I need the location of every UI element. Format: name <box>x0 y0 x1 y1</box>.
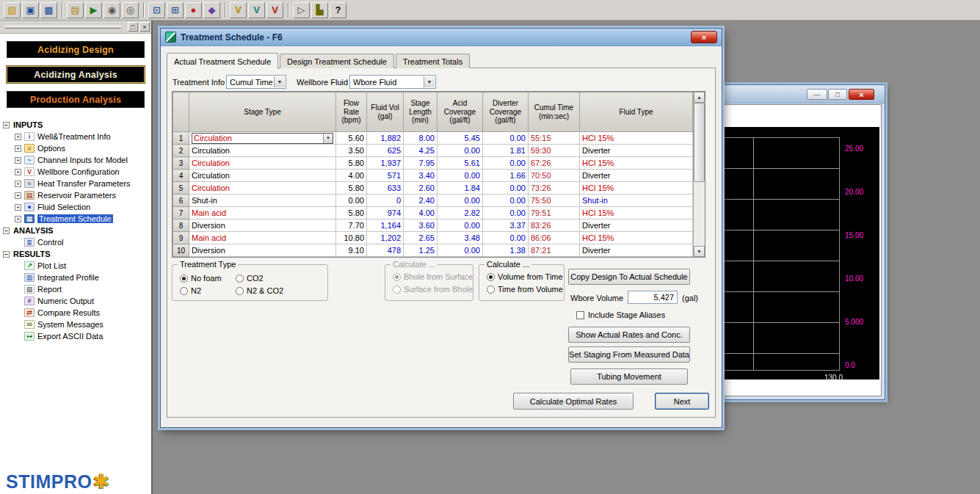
acid-cell[interactable]: 0.00 <box>438 219 483 232</box>
len-cell[interactable]: 1.25 <box>404 244 438 257</box>
acid-cell[interactable]: 5.61 <box>438 157 483 170</box>
fluid-cell[interactable]: Shut-in <box>580 195 693 207</box>
plot-v-teal-button[interactable]: V <box>248 2 265 18</box>
refresh-button[interactable]: ◎ <box>122 2 139 18</box>
vol-cell[interactable]: 0 <box>367 195 404 207</box>
tree-item-report[interactable]: ▧Report <box>3 283 150 295</box>
histogram-button[interactable]: ▙ <box>311 2 328 18</box>
flow-cell[interactable]: 5.80 <box>336 182 367 195</box>
div-cell[interactable]: 0.00 <box>483 207 529 219</box>
expand-icon[interactable]: + <box>15 204 21 211</box>
fluid-cell[interactable]: HCl 15% <box>580 182 693 195</box>
vol-cell[interactable]: 1,164 <box>367 219 404 232</box>
maximize-button[interactable]: □ <box>828 89 847 100</box>
vol-cell[interactable]: 1,882 <box>367 132 404 145</box>
flow-cell[interactable]: 5.80 <box>336 157 367 170</box>
vol-cell[interactable]: 478 <box>367 244 404 257</box>
div-cell[interactable]: 0.00 <box>483 182 529 195</box>
calculate-optimal-rates-button[interactable]: Calculate Optimal Rates <box>513 393 634 410</box>
tubing-movement-button[interactable]: Tubing Movement <box>570 368 688 385</box>
flow-cell[interactable]: 4.00 <box>336 170 367 182</box>
open-file-button[interactable]: ▨ <box>4 2 21 18</box>
flow-cell[interactable]: 5.60 <box>336 132 367 145</box>
radio-co2[interactable]: CO2 <box>236 274 264 283</box>
expand-icon[interactable]: + <box>15 169 21 175</box>
vol-cell[interactable]: 625 <box>367 145 404 157</box>
len-cell[interactable]: 4.25 <box>404 145 438 157</box>
cumul-cell[interactable]: 86:06 <box>529 232 580 244</box>
close-button[interactable]: × <box>691 31 717 43</box>
div-cell[interactable]: 3.37 <box>483 219 529 232</box>
fluid-cell[interactable]: HCl 15% <box>580 207 693 219</box>
row-number[interactable]: 2 <box>173 145 189 157</box>
div-cell[interactable]: 0.00 <box>483 157 529 170</box>
radio-no-foam[interactable]: No foam <box>180 274 222 283</box>
acid-cell[interactable]: 3.48 <box>438 232 483 244</box>
window-layout-button[interactable]: ⊡ <box>148 2 165 18</box>
row-number[interactable]: 4 <box>173 170 189 182</box>
tree-item-system-messages[interactable]: ✉System Messages <box>3 319 150 330</box>
cumul-cell[interactable]: 55:15 <box>529 132 580 145</box>
len-cell[interactable]: 2.65 <box>404 232 438 244</box>
panel-float-button[interactable]: □ <box>128 22 138 32</box>
vol-cell[interactable]: 571 <box>367 170 404 182</box>
tree-item-well-treatment-info[interactable]: +iWell&Treatment Info <box>3 131 150 142</box>
tab-treatment-totals[interactable]: Treatment Totals <box>396 54 470 68</box>
len-cell[interactable]: 4.00 <box>404 207 438 219</box>
scrollbar-track[interactable] <box>694 182 705 246</box>
row-number[interactable]: 8 <box>173 219 189 232</box>
radio-n2-co2[interactable]: N2 & CO2 <box>236 286 283 295</box>
panel-grip[interactable] <box>5 26 121 29</box>
dialog-titlebar[interactable]: Treatment Schedule - F6 × <box>161 29 722 46</box>
column-header-acid[interactable]: Acid Coverage (gal/ft) <box>438 92 483 132</box>
tree-item-fluid-selection[interactable]: +●Fluid Selection <box>3 201 150 213</box>
row-number[interactable]: 10 <box>173 244 189 257</box>
acid-cell[interactable]: 0.00 <box>438 244 483 257</box>
row-number[interactable]: 5 <box>173 182 189 195</box>
row-number[interactable]: 9 <box>173 232 189 244</box>
cumul-cell[interactable]: 70:50 <box>529 170 580 182</box>
tree-item-channel-inputs-for-model[interactable]: +~Channel Inputs for Model <box>3 154 150 166</box>
tree-item-control[interactable]: ≣Control <box>3 236 150 248</box>
tree-item-treatment-schedule[interactable]: +▦Treatment Schedule <box>3 213 150 225</box>
include-stage-aliases-checkbox[interactable]: Include Stage Aliases <box>576 310 665 319</box>
fluid-cell[interactable]: HCl 15% <box>580 232 693 244</box>
export-button[interactable]: ▤ <box>67 2 84 18</box>
plot-v-yellow-button[interactable]: V <box>230 2 247 18</box>
div-cell[interactable]: 0.00 <box>483 132 529 145</box>
next-button[interactable]: Next <box>655 393 709 410</box>
pointer-button[interactable]: ▷ <box>293 2 310 18</box>
stage-type-cell[interactable]: Diversion <box>189 244 336 257</box>
vol-cell[interactable]: 1,937 <box>367 157 404 170</box>
collapse-icon[interactable]: − <box>3 228 10 234</box>
flow-cell[interactable]: 7.70 <box>336 219 367 232</box>
column-header-cumul-time[interactable]: Cumul Time (min:sec) <box>529 92 580 132</box>
cumul-cell[interactable]: 59:30 <box>529 145 580 157</box>
close-button[interactable]: × <box>849 89 874 100</box>
cumul-cell[interactable]: 87:21 <box>529 244 580 257</box>
stage-type-cell[interactable]: Circulation <box>189 170 336 182</box>
expand-icon[interactable]: + <box>15 157 21 164</box>
row-number[interactable]: 6 <box>173 195 189 207</box>
plot-v-red-button[interactable]: V <box>266 2 283 18</box>
collapse-icon[interactable]: − <box>3 251 10 258</box>
stage-type-cell[interactable]: Main acid <box>189 232 336 244</box>
copy-design-button[interactable]: Copy Design To Actual Schedule <box>568 269 690 285</box>
scrollbar-thumb[interactable] <box>694 103 705 182</box>
collapse-icon[interactable]: − <box>3 122 10 128</box>
stage-type-cell[interactable]: Circulation <box>189 182 336 195</box>
div-cell[interactable]: 1.66 <box>483 170 529 182</box>
column-header-stage-type[interactable]: Stage Type <box>189 92 336 132</box>
acid-cell[interactable]: 2.82 <box>438 207 483 219</box>
tree-section-analysis[interactable]: −ANALYSIS <box>3 225 150 236</box>
radio-n2[interactable]: N2 <box>180 286 201 295</box>
len-cell[interactable]: 8.00 <box>404 132 438 145</box>
len-cell[interactable]: 3.40 <box>404 170 438 182</box>
row-number[interactable]: 1 <box>173 132 189 145</box>
expand-icon[interactable]: + <box>15 181 21 187</box>
len-cell[interactable]: 7.95 <box>404 157 438 170</box>
column-header-stage[interactable]: Stage Length (min) <box>404 92 438 132</box>
tree-item-export-ascii-data[interactable]: ↦Export ASCII Data <box>3 330 150 342</box>
stage-type-cell[interactable]: Shut-in <box>189 195 336 207</box>
expand-icon[interactable]: + <box>15 145 21 152</box>
